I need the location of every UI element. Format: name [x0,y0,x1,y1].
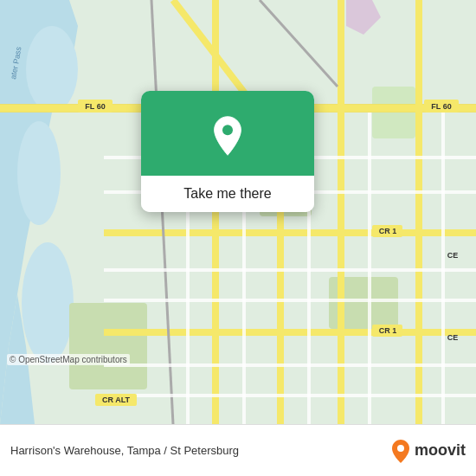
popup-card-header [141,91,314,176]
popup-card: Take me there [141,91,314,212]
svg-point-3 [26,26,78,113]
moovit-pin-icon [390,439,411,463]
svg-point-47 [222,125,233,135]
svg-rect-23 [104,299,476,302]
svg-text:CR ALT: CR ALT [102,396,130,404]
svg-rect-18 [415,0,422,424]
svg-rect-6 [69,303,147,389]
svg-point-48 [397,445,404,452]
svg-rect-24 [104,363,476,367]
svg-text:CE: CE [447,333,459,342]
svg-rect-30 [441,113,445,424]
svg-rect-25 [104,394,476,397]
svg-text:FL 60: FL 60 [85,102,105,111]
moovit-logo: moovit [390,439,466,463]
location-pin-icon [207,115,248,157]
bottom-bar: Harrison's Warehouse, Tampa / St Petersb… [0,424,476,476]
moovit-label: moovit [415,441,466,460]
take-me-there-button[interactable]: Take me there [155,186,300,202]
popup-card-body[interactable]: Take me there [141,176,314,212]
map-container: FL 60 FL 60 CR 1 CR 1 CE CE ater Pass CR… [0,0,476,424]
svg-point-5 [22,242,74,363]
svg-text:FL 60: FL 60 [431,102,451,111]
svg-text:CR 1: CR 1 [379,326,397,335]
svg-text:CE: CE [447,251,459,260]
svg-rect-17 [338,0,344,424]
location-info: Harrison's Warehouse, Tampa / St Petersb… [10,444,239,457]
svg-point-4 [17,121,61,225]
svg-text:CR 1: CR 1 [379,227,397,235]
svg-rect-29 [368,113,371,424]
svg-rect-22 [104,268,476,272]
osm-credit: © OpenStreetMap contributors [7,354,130,365]
